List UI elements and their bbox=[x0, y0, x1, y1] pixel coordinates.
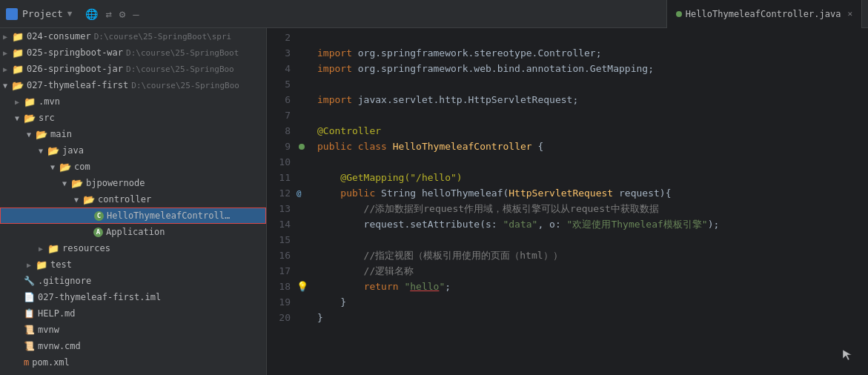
code-line-16: //指定视图（模板引用使用的页面（html）） bbox=[317, 248, 868, 263]
main-area: ▶ 📁 024-consumer D:\course\25-SpringBoot… bbox=[0, 28, 868, 375]
tree-item-gitignore[interactable]: 🔧 .gitignore bbox=[0, 273, 266, 289]
tree-item-java[interactable]: ▼ 📂 java bbox=[0, 142, 266, 159]
settings-icon[interactable]: ⚙ bbox=[119, 8, 125, 20]
code-line-18: return "hello"; bbox=[317, 279, 868, 294]
folder-icon: 📂 bbox=[36, 129, 47, 140]
tree-item-pom[interactable]: m pom.xml bbox=[0, 354, 266, 371]
keyword-public: public bbox=[340, 185, 381, 201]
tree-item-application[interactable]: A Application bbox=[0, 224, 266, 240]
tree-item-024[interactable]: ▶ 📁 024-consumer D:\course\25-SpringBoot… bbox=[0, 28, 266, 44]
arrow-icon: ▶ bbox=[3, 49, 10, 57]
tree-item-src[interactable]: ▼ 📂 src bbox=[0, 110, 266, 126]
tree-item-main[interactable]: ▼ 📂 main bbox=[0, 126, 266, 142]
tree-item-mvn[interactable]: ▶ 📁 .mvn bbox=[0, 93, 266, 110]
code-text: javax.servlet.http.HttpServletRequest; bbox=[358, 92, 578, 107]
file-icon: 📋 bbox=[24, 308, 35, 319]
tree-item-name: mvnw bbox=[38, 325, 59, 335]
code-line-8: @Controller bbox=[317, 123, 868, 139]
keyword-public: public bbox=[317, 139, 358, 154]
tab-close-button[interactable]: ✕ bbox=[847, 9, 852, 19]
tree-item-com[interactable]: ▼ 📂 com bbox=[0, 159, 266, 175]
comment: //逻辑名称 bbox=[317, 263, 414, 279]
arrow-icon: ▼ bbox=[39, 147, 46, 155]
cursor-indicator bbox=[841, 348, 855, 362]
split-icon[interactable]: ⇄ bbox=[105, 8, 111, 20]
file-icon: 📜 bbox=[24, 325, 35, 335]
code-text: org.springframework.stereotype.Controlle… bbox=[358, 45, 602, 61]
code-text: org.springframework.web.bind.annotation.… bbox=[358, 61, 654, 76]
arrow-icon: ▶ bbox=[27, 261, 34, 269]
editor-tab[interactable]: HelloThymeleafController.java ✕ bbox=[666, 0, 862, 28]
tree-item-name: com bbox=[74, 162, 90, 172]
folder-icon: 📂 bbox=[83, 194, 95, 205]
tree-item-025[interactable]: ▶ 📁 025-springboot-war D:\course\25-Spri… bbox=[0, 44, 266, 61]
tree-item-mvnw[interactable]: 📜 mvnw bbox=[0, 322, 266, 338]
keyword-import: import bbox=[317, 61, 358, 76]
tree-item-path: D:\course\25-SpringBoo bbox=[131, 81, 239, 90]
code-text: s: bbox=[486, 216, 503, 232]
tree-item-027[interactable]: ▼ 📂 027-thymeleaf-first D:\course\25-Spr… bbox=[0, 77, 266, 93]
file-icon: 🔧 bbox=[24, 276, 35, 286]
tree-item-name: bjpowernode bbox=[86, 178, 145, 188]
bulb-icon[interactable]: 💡 bbox=[296, 281, 308, 292]
file-tree-sidebar: ▶ 📁 024-consumer D:\course\25-SpringBoot… bbox=[0, 28, 267, 375]
code-text: ); bbox=[708, 216, 720, 232]
tree-item-bjpowernode[interactable]: ▼ 📂 bjpowernode bbox=[0, 175, 266, 191]
code-text: } bbox=[317, 294, 346, 310]
folder-icon: 📂 bbox=[12, 80, 24, 91]
keyword-import: import bbox=[317, 92, 358, 107]
code-text: { bbox=[532, 139, 544, 154]
code-text: } bbox=[317, 310, 323, 325]
string-value: hello bbox=[410, 279, 439, 294]
code-line-3: import org.springframework.stereotype.Co… bbox=[317, 45, 868, 61]
folder-icon: 📂 bbox=[59, 162, 71, 173]
file-icon: m bbox=[24, 357, 29, 368]
tree-item-mvnw-cmd[interactable]: 📜 mvnw.cmd bbox=[0, 338, 266, 354]
keyword-import: import bbox=[317, 45, 358, 61]
tree-item-name: 027-thymeleaf-first bbox=[27, 80, 128, 90]
tree-item-test[interactable]: ▶ 📁 test bbox=[0, 256, 266, 273]
java-class-icon: C bbox=[94, 211, 104, 221]
comment: //指定视图（模板引用使用的页面（html）） bbox=[317, 248, 563, 263]
tree-item-hello-controller[interactable]: C HelloThymeleafControll… bbox=[0, 208, 266, 224]
tree-item-name: HELP.md bbox=[38, 308, 76, 319]
top-bar-icons: 🌐 ⇄ ⚙ — bbox=[85, 8, 139, 20]
tree-item-name: mvnw.cmd bbox=[38, 341, 81, 351]
code-text: o: bbox=[549, 216, 566, 232]
tree-item-resources[interactable]: ▶ 📁 resources bbox=[0, 240, 266, 256]
minus-icon[interactable]: — bbox=[133, 8, 139, 20]
tree-item-path: D:\course\25-SpringBoot\spri bbox=[94, 32, 231, 42]
tree-item-name: .mvn bbox=[39, 96, 60, 107]
tree-item-name: 026-springboot-jar bbox=[27, 64, 123, 74]
folder-icon: 📂 bbox=[24, 113, 36, 124]
code-content: import org.springframework.stereotype.Co… bbox=[314, 28, 868, 375]
code-area[interactable]: 2 3 4 5 6 7 8 9 10 11 12 13 14 15 16 17 … bbox=[267, 28, 868, 375]
code-line-19: } bbox=[317, 294, 868, 310]
folder-icon: 📁 bbox=[12, 31, 24, 42]
string-open-quote: " bbox=[404, 279, 410, 294]
arrow-icon: ▼ bbox=[3, 82, 10, 90]
run-marker bbox=[299, 144, 305, 150]
code-text: request){ bbox=[613, 185, 671, 201]
code-line-11: @GetMapping("/hello") bbox=[317, 170, 868, 185]
folder-icon: 📁 bbox=[12, 47, 24, 59]
string-literal: "欢迎使用Thymeleaf模板引擎" bbox=[567, 216, 708, 232]
tree-item-026[interactable]: ▶ 📁 026-springboot-jar D:\course\25-Spri… bbox=[0, 61, 266, 77]
folder-icon: 📁 bbox=[47, 243, 59, 254]
project-icon bbox=[6, 8, 18, 20]
folder-icon: 📂 bbox=[47, 145, 59, 156]
string-close-quote: " bbox=[439, 279, 445, 294]
tree-item-iml[interactable]: 📄 027-thymeleaf-first.iml bbox=[0, 289, 266, 305]
arrow-icon: ▼ bbox=[62, 179, 70, 188]
tree-item-path: D:\course\25-SpringBoo bbox=[126, 64, 234, 74]
tab-dot bbox=[676, 11, 682, 17]
tree-item-name: 025-springboot-war bbox=[27, 47, 123, 58]
tree-item-controller[interactable]: ▼ 📂 controller bbox=[0, 191, 266, 208]
tree-item-name: controller bbox=[98, 194, 151, 205]
file-icon: 📄 bbox=[24, 292, 35, 302]
tree-item-name: .gitignore bbox=[38, 276, 91, 286]
globe-icon[interactable]: 🌐 bbox=[85, 8, 98, 20]
arrow-icon: ▼ bbox=[74, 196, 82, 204]
tree-item-name: test bbox=[50, 259, 72, 270]
tree-item-help[interactable]: 📋 HELP.md bbox=[0, 305, 266, 322]
